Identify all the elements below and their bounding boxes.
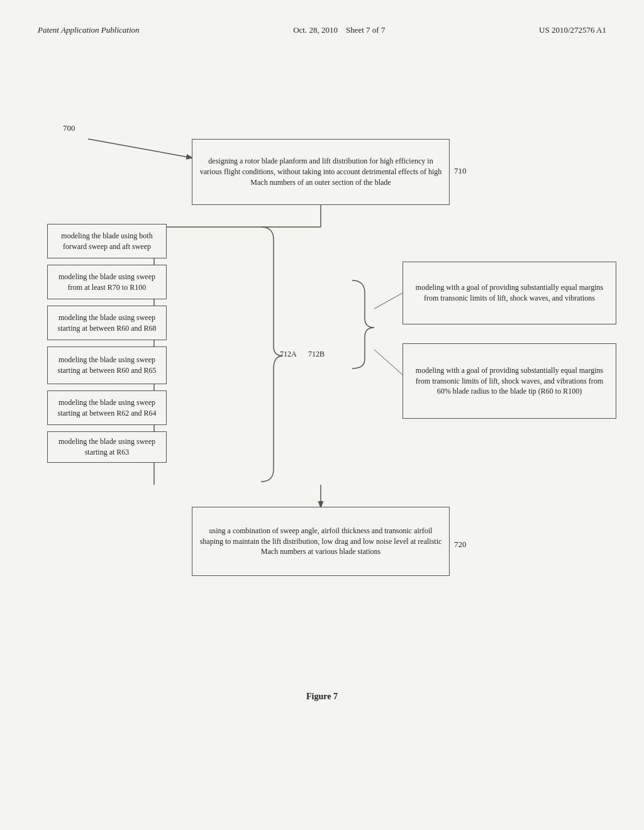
box-710-text: designing a rotor blade planform and lif… — [199, 156, 443, 187]
diagram: 700 designing a rotor blade planform and… — [38, 48, 606, 765]
page: Patent Application Publication Oct. 28, … — [0, 0, 644, 830]
label-712B: 712B — [308, 350, 325, 359]
svg-line-11 — [374, 350, 402, 375]
box-r2: modeling with a goal of providing substa… — [402, 343, 616, 419]
box-b5: modeling the blade using sweep starting … — [47, 390, 167, 425]
box-b6-text: modeling the blade using sweep starting … — [54, 436, 160, 458]
box-b1: modeling the blade using both forward sw… — [47, 224, 167, 258]
box-720-text: using a combination of sweep angle, airf… — [199, 526, 443, 557]
label-700: 700 — [63, 123, 75, 133]
box-b5-text: modeling the blade using sweep starting … — [54, 397, 160, 419]
box-b3: modeling the blade using sweep starting … — [47, 306, 167, 340]
header-center: Oct. 28, 2010 Sheet 7 of 7 — [293, 25, 385, 35]
box-b1-text: modeling the blade using both forward sw… — [54, 231, 160, 252]
box-r1: modeling with a goal of providing substa… — [402, 262, 616, 324]
svg-line-10 — [374, 293, 402, 309]
label-710: 710 — [454, 166, 467, 176]
label-712A: 712A — [280, 350, 297, 359]
page-header: Patent Application Publication Oct. 28, … — [38, 25, 606, 35]
header-sheet: Sheet 7 of 7 — [346, 25, 385, 35]
figure-caption: Figure 7 — [306, 692, 338, 702]
box-720: using a combination of sweep angle, airf… — [192, 507, 450, 576]
header-right: US 2010/272576 A1 — [539, 25, 606, 35]
box-b2-text: modeling the blade using sweep from at l… — [54, 272, 160, 293]
box-b2: modeling the blade using sweep from at l… — [47, 265, 167, 299]
box-b6: modeling the blade using sweep starting … — [47, 431, 167, 463]
box-b4: modeling the blade using sweep starting … — [47, 346, 167, 384]
box-710: designing a rotor blade planform and lif… — [192, 139, 450, 205]
box-b3-text: modeling the blade using sweep starting … — [54, 313, 160, 334]
label-720: 720 — [454, 540, 467, 550]
box-r1-text: modeling with a goal of providing substa… — [409, 282, 609, 304]
box-b4-text: modeling the blade using sweep starting … — [54, 355, 160, 376]
box-r2-text: modeling with a goal of providing substa… — [409, 365, 609, 397]
header-left: Patent Application Publication — [38, 25, 140, 35]
svg-line-0 — [88, 139, 192, 158]
header-date: Oct. 28, 2010 — [293, 25, 338, 35]
